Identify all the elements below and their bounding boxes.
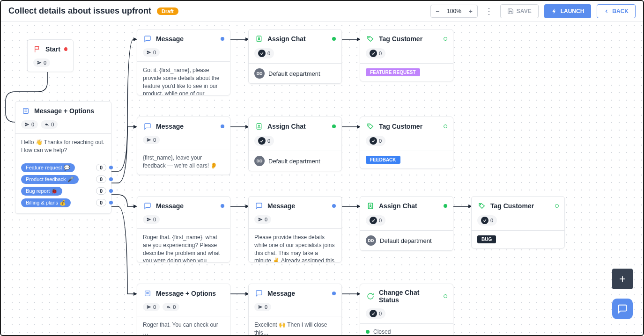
port-dot <box>332 37 336 41</box>
add-node-button[interactable]: + <box>612 269 633 289</box>
port-dot <box>64 47 67 51</box>
tag-chip: FEEDBACK <box>366 156 400 164</box>
tag-chip: BUG <box>477 235 496 243</box>
save-icon <box>507 8 514 15</box>
svg-point-23 <box>370 205 371 206</box>
department-label: Default department <box>268 70 320 77</box>
send-count: 0 <box>366 136 385 146</box>
zoom-out-button[interactable]: − <box>431 5 444 17</box>
send-count: 0 <box>143 215 160 224</box>
send-count: 0 <box>143 136 160 144</box>
node-message-a[interactable]: Message 0 Got it. {first_name}, please p… <box>137 29 230 95</box>
node-message-c2[interactable]: Message 0 Please provide these details w… <box>248 196 342 263</box>
node-tag-c[interactable]: Tag Customer 0 BUG <box>471 196 565 248</box>
node-message-b[interactable]: Message 0 {first_name}, leave your feedb… <box>137 117 230 175</box>
node-tag-a[interactable]: Tag Customer 0 FEATURE REQUEST <box>360 29 453 81</box>
save-button[interactable]: SAVE <box>500 4 539 18</box>
node-message-options-1[interactable]: Message + Options 0 0 Hello 👋 Thanks for… <box>15 101 111 214</box>
message-icon <box>143 201 152 211</box>
node-body: {first_name}, leave your feedback — we'r… <box>137 149 230 175</box>
message-icon <box>254 289 264 298</box>
send-count: 0 <box>254 215 271 224</box>
node-body: Roger that. You can check our … <box>137 316 230 335</box>
send-count: 0 <box>254 136 274 146</box>
node-message-c1[interactable]: Message 0 Roger that. {first_name}, what… <box>137 196 230 263</box>
port-dot <box>221 124 224 128</box>
status-dot-icon <box>366 330 370 334</box>
chat-icon <box>617 304 628 314</box>
tag-chip: FEATURE REQUEST <box>366 68 420 76</box>
status-badge: Draft <box>157 7 178 15</box>
reply-count: 0 <box>163 303 179 311</box>
port-dot <box>444 37 447 41</box>
tag-icon <box>366 34 375 44</box>
send-count: 0 <box>366 308 385 319</box>
assign-icon <box>254 122 264 131</box>
send-count: 0 <box>21 120 38 129</box>
tag-icon <box>477 201 487 211</box>
department-label: Default department <box>380 237 432 244</box>
send-count: 0 <box>143 303 160 311</box>
port-dot <box>221 37 224 41</box>
node-assign-c[interactable]: Assign Chat 0 DDDefault department <box>360 196 453 251</box>
node-assign-b[interactable]: Assign Chat 0 DDDefault department <box>248 117 342 171</box>
avatar: DD <box>254 156 265 166</box>
send-count: 0 <box>366 48 385 58</box>
flow-canvas[interactable]: Start 0 Message + Options 0 0 Hello 👋 Th… <box>1 22 643 335</box>
send-count: 0 <box>477 215 497 226</box>
avatar: DD <box>366 235 376 246</box>
rocket-icon <box>551 8 558 15</box>
port-dot <box>444 294 447 298</box>
message-icon <box>143 122 152 131</box>
send-count: 0 <box>366 215 385 226</box>
launch-button[interactable]: LAUNCH <box>544 4 592 18</box>
port-dot <box>332 204 336 208</box>
node-message-d2[interactable]: Message 0 Excellent 🙌 Then I will close … <box>248 284 342 335</box>
svg-point-21 <box>369 125 369 125</box>
topbar: Collect details about issues upfront Dra… <box>1 1 643 22</box>
department-label: Default department <box>268 158 320 165</box>
back-button[interactable]: BACK <box>597 4 636 18</box>
svg-point-20 <box>259 125 260 126</box>
option-feature-request[interactable]: Feature request 💬0 <box>15 162 111 174</box>
chat-widget-button[interactable] <box>612 299 633 319</box>
node-assign-a[interactable]: Assign Chat 0 DDDefault department <box>248 29 342 84</box>
assign-icon <box>254 34 264 44</box>
send-count: 0 <box>143 48 160 57</box>
port-dot <box>444 204 447 208</box>
option-product-feedback[interactable]: Product feedback 🎤0 <box>15 174 111 185</box>
node-start[interactable]: Start 0 <box>27 39 74 72</box>
port-dot <box>555 204 559 208</box>
node-change-status-d[interactable]: Change Chat Status 0 Closed <box>360 284 453 335</box>
send-count: 0 <box>33 58 50 67</box>
assign-icon <box>366 201 375 211</box>
chevron-left-icon <box>604 8 609 14</box>
zoom-in-button[interactable]: + <box>464 5 477 17</box>
zoom-value: 100% <box>444 8 464 15</box>
node-tag-b[interactable]: Tag Customer 0 FEEDBACK <box>360 117 453 169</box>
status-label: Closed <box>373 329 391 335</box>
port-dot <box>332 124 336 128</box>
send-count: 0 <box>254 303 271 311</box>
list-icon <box>143 289 152 298</box>
refresh-icon <box>366 292 375 301</box>
option-billing-plans[interactable]: Billing & plans 💰0 <box>15 197 111 209</box>
node-body: Excellent 🙌 Then I will close this… <box>249 316 341 335</box>
tag-icon <box>366 122 375 131</box>
more-menu-icon[interactable]: ⋮ <box>483 6 495 17</box>
svg-point-17 <box>259 37 260 39</box>
send-count: 0 <box>254 48 274 58</box>
zoom-control: − 100% + <box>430 5 478 18</box>
port-dot <box>221 204 224 208</box>
port-dot <box>444 124 447 128</box>
svg-point-24 <box>480 205 481 205</box>
node-message-options-d[interactable]: Message + Options 0 0 Roger that. You ca… <box>137 284 230 335</box>
flag-icon <box>33 44 42 54</box>
node-body: Hello 👋 Thanks for reaching out. How can… <box>15 133 111 159</box>
port-dot <box>332 292 336 295</box>
node-body: Roger that. {first_name}, what are you e… <box>137 228 230 262</box>
option-bug-report[interactable]: Bug report 🐞0 <box>15 185 111 197</box>
avatar: DD <box>254 68 265 79</box>
reply-count: 0 <box>41 120 58 129</box>
message-icon <box>254 201 264 211</box>
